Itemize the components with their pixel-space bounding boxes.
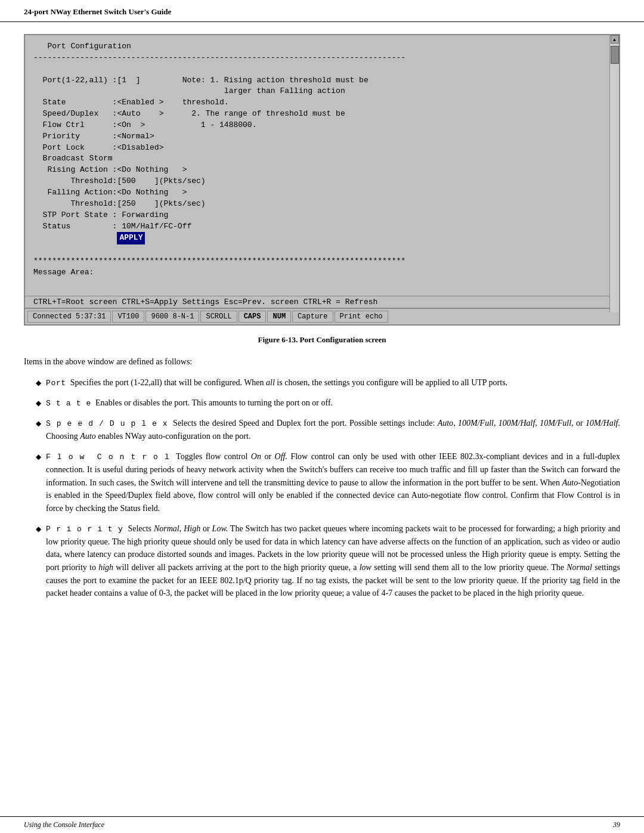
caps-status: CAPS (239, 311, 267, 323)
speed-field: Speed/Duplex :<Auto > 2. The range of th… (33, 109, 601, 120)
bullet-list: ◆ Port Specifies the port (1-22,all) tha… (36, 376, 620, 600)
flow-auto-italic: Auto (562, 478, 578, 487)
bullet-item-flow: ◆ F l o w C o n t r o l Toggles flow con… (36, 450, 620, 515)
terminal-title-line: Port Configuration (33, 41, 601, 52)
flow-off-italic: Off. (275, 452, 287, 461)
bullet-item-port: ◆ Port Specifies the port (1-22,all) tha… (36, 376, 620, 389)
portlock-field: Port Lock :<Disabled> (33, 143, 601, 154)
port-all-italic: all (266, 378, 275, 387)
protocol-status: VT100 (112, 311, 144, 323)
note-larger: larger than Falling action (33, 86, 601, 97)
stp-state: STP Port State : Forwarding (33, 210, 601, 221)
terminal-bottom-bar: CTRL+T=Root screen CTRL+S=Apply Settings… (25, 296, 609, 308)
bullet-item-speed: ◆ S p e e d / D u p l e x Selects the de… (36, 417, 620, 443)
apply-button[interactable]: APPLY (117, 232, 145, 244)
speed-100half-italic: 100M/Half (499, 419, 535, 428)
page-footer: Using the Console Interface 39 (0, 816, 644, 833)
bottom-bar-text: CTRL+T=Root screen CTRL+S=Apply Settings… (33, 298, 377, 306)
bullet-content-priority: P r i o r i t y Selects Normal, High or … (46, 522, 620, 600)
priority-normal2-italic: Normal (566, 563, 592, 572)
priority-low-italic: Low. (212, 524, 228, 533)
terminal-window: ▲ Port Configuration -------------------… (24, 34, 620, 326)
speed-label: S p e e d / D u p l e x (46, 419, 168, 428)
flow-on-italic: On (251, 452, 261, 461)
flow-label: F l o w C o n t r o l (46, 453, 169, 462)
state-field: State :<Enabled > threshold. (33, 97, 601, 109)
stars-line: ****************************************… (33, 256, 601, 267)
priority-low2-italic: low (360, 563, 371, 572)
bullet-content-speed: S p e e d / D u p l e x Selects the desi… (46, 417, 620, 443)
priority-high-italic: High (184, 524, 200, 533)
header-title: 24-port NWay Ethernet Switch User's Guid… (24, 7, 171, 17)
message-area: Message Area: (33, 267, 601, 278)
print-echo-status: Print echo (335, 311, 388, 323)
speed-options-italic: Auto (438, 419, 453, 428)
terminal-separator-line: ----------------------------------------… (33, 52, 601, 64)
capture-status: Capture (292, 311, 333, 323)
page-header: 24-port NWay Ethernet Switch User's Guid… (0, 0, 644, 22)
bullet-content-port: Port Specifies the port (1-22,all) that … (46, 376, 620, 389)
scrollbar-thumb[interactable] (611, 46, 619, 64)
bullet-diamond-speed: ◆ (36, 418, 41, 443)
blank-2 (33, 244, 601, 256)
scroll-status: SCROLL (200, 311, 237, 323)
blank-3 (33, 278, 601, 290)
state-label: S t a t e (46, 399, 91, 408)
bullet-item-state: ◆ S t a t e Enables or disables the port… (36, 397, 620, 410)
bullet-content-state: S t a t e Enables or disables the port. … (46, 397, 620, 410)
scrollbar[interactable]: ▲ (609, 35, 619, 312)
connected-status: Connected 5:37:31 (27, 311, 111, 323)
speed-auto-italic: Auto (80, 432, 95, 441)
flow-field: Flow Ctrl :<On > 1 - 1488000. (33, 120, 601, 131)
speed-10full-italic: 10M/Full (540, 419, 571, 428)
terminal-screen: Port Configuration ---------------------… (25, 35, 609, 296)
main-content: ▲ Port Configuration -------------------… (0, 22, 644, 619)
falling-action: Falling Action:<Do Nothing > (33, 187, 601, 199)
rising-threshold: Threshold:[500 ](Pkts/sec) (33, 176, 601, 187)
num-status: NUM (267, 311, 291, 323)
footer-right: 39 (613, 820, 620, 829)
footer-left: Using the Console Interface (24, 820, 104, 829)
status-line: Status : 10M/Half/FC-Off (33, 221, 601, 233)
falling-threshold: Threshold:[250 ](Pkts/sec) (33, 199, 601, 210)
figure-caption: Figure 6-13. Port Configuration screen (24, 335, 620, 345)
rising-action: Rising Action :<Do Nothing > (33, 165, 601, 176)
bullet-item-priority: ◆ P r i o r i t y Selects Normal, High o… (36, 522, 620, 600)
status-bar: Connected 5:37:31 VT100 9600 8-N-1 SCROL… (25, 308, 619, 324)
bullet-content-flow: F l o w C o n t r o l Toggles flow contr… (46, 450, 620, 515)
speed-100full-italic: 100M/Full (458, 419, 494, 428)
scroll-up-arrow[interactable]: ▲ (611, 35, 619, 44)
priority-field: Priority :<Normal> (33, 131, 601, 143)
apply-line: APPLY (33, 232, 601, 244)
speed-10half-italic: 10M/Half. (586, 419, 620, 428)
bullet-diamond-state: ◆ (36, 398, 41, 410)
priority-normal-italic: Normal (154, 524, 179, 533)
bullet-diamond-flow: ◆ (36, 451, 41, 515)
priority-label: P r i o r i t y (46, 525, 123, 534)
terminal-blank-1 (33, 64, 601, 75)
priority-high2-italic: high (98, 563, 113, 572)
intro-text: Items in the above window are defined as… (24, 355, 620, 368)
port-field: Port(1-22,all) :[1 ] Note: 1. Rising act… (33, 75, 601, 86)
broadcast-label: Broadcast Storm (33, 153, 601, 165)
bullet-diamond-priority: ◆ (36, 524, 41, 600)
port-label: Port (46, 379, 66, 388)
bullet-diamond-port: ◆ (36, 377, 41, 389)
baud-status: 9600 8-N-1 (145, 311, 199, 323)
